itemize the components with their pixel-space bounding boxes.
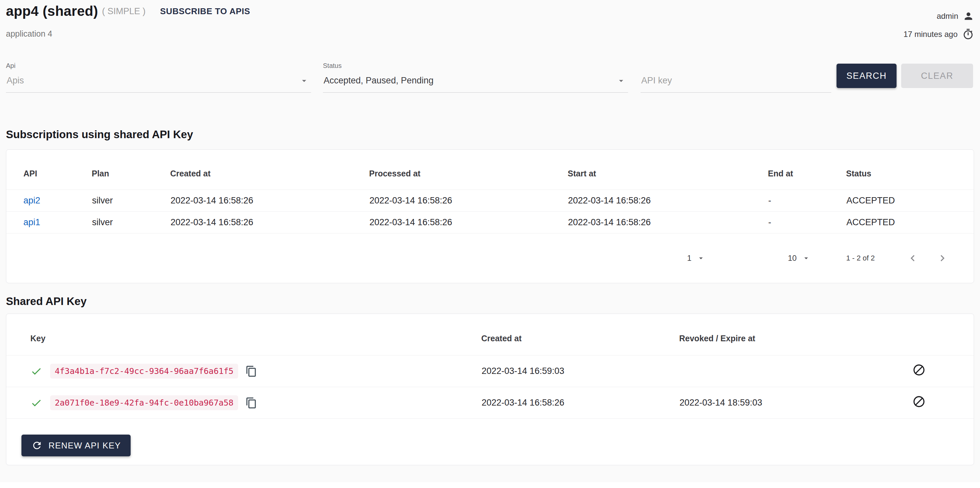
subscriptions-table: API Plan Created at Processed at Start a… — [6, 150, 974, 234]
page-title: app4 (shared) — [6, 3, 98, 19]
shared-key-card: Key Created at Revoked / Expire at 4f3a4… — [6, 313, 974, 465]
api-filter-field: Api Apis — [6, 62, 311, 93]
shared-key-table: Key Created at Revoked / Expire at 4f3a4… — [6, 314, 974, 419]
renew-area: RENEW API KEY — [6, 419, 974, 465]
status-filter-value: Accepted, Paused, Pending — [324, 76, 433, 86]
previous-page-button[interactable] — [907, 252, 919, 264]
application-details-page: app4 (shared) ( SIMPLE ) SUBSCRIBE TO AP… — [0, 0, 980, 482]
column-header-created: Created at — [170, 150, 369, 190]
user-name: admin — [937, 11, 958, 21]
timer-icon — [962, 29, 974, 40]
plan-cell: silver — [92, 190, 170, 212]
column-header-revoked: Revoked / Expire at — [679, 314, 864, 356]
renew-api-key-label: RENEW API KEY — [48, 440, 121, 451]
column-header-end: End at — [768, 150, 846, 190]
subscriptions-section-title: Subscriptions using shared API Key — [6, 128, 974, 141]
status-cell: ACCEPTED — [846, 190, 974, 212]
page-header: app4 (shared) ( SIMPLE ) SUBSCRIBE TO AP… — [6, 0, 974, 40]
refresh-icon — [31, 440, 43, 451]
api-key-value: 4f3a4b1a-f7c2-49cc-9364-96aa7f6a61f5 — [50, 364, 238, 378]
column-header-api: API — [6, 150, 92, 190]
created-cell: 2022-03-14 16:58:26 — [170, 212, 369, 234]
start-cell: 2022-03-14 16:58:26 — [568, 190, 768, 212]
clear-button[interactable]: CLEAR — [901, 64, 973, 88]
subscriptions-header-row: API Plan Created at Processed at Start a… — [6, 150, 974, 190]
column-header-start: Start at — [568, 150, 768, 190]
column-header-plan: Plan — [92, 150, 170, 190]
column-header-key: Key — [6, 314, 481, 356]
renew-api-key-button[interactable]: RENEW API KEY — [21, 435, 130, 456]
chevron-down-icon — [802, 254, 810, 262]
key-created-cell: 2022-03-14 16:58:26 — [481, 387, 679, 419]
key-revoked-cell: 2022-03-14 18:59:03 — [679, 387, 864, 419]
chevron-down-icon — [299, 76, 309, 86]
column-header-status: Status — [846, 150, 974, 190]
app-description: application 4 — [6, 29, 250, 38]
processed-cell: 2022-03-14 16:58:26 — [369, 190, 568, 212]
copy-key-button[interactable] — [245, 366, 257, 377]
table-row: api1 silver 2022-03-14 16:58:26 2022-03-… — [6, 212, 974, 234]
filters-bar: Api Apis Status Accepted, Paused, Pendin… — [6, 62, 974, 93]
api-filter-select[interactable]: Apis — [6, 76, 311, 93]
key-created-cell: 2022-03-14 16:59:03 — [481, 356, 679, 387]
block-icon — [912, 363, 926, 377]
user-meta: admin 17 minutes ago — [904, 3, 974, 40]
created-cell: 2022-03-14 16:58:26 — [170, 190, 369, 212]
api-link[interactable]: api1 — [24, 217, 40, 227]
end-cell: - — [768, 190, 846, 212]
copy-key-button[interactable] — [245, 397, 257, 409]
page-size-select[interactable]: 10 — [788, 254, 810, 263]
user-menu[interactable]: admin — [904, 11, 974, 22]
key-revoked-cell — [679, 356, 864, 387]
next-page-button[interactable] — [936, 252, 949, 264]
status-cell: ACCEPTED — [846, 212, 974, 234]
chevron-down-icon — [697, 254, 705, 262]
chevron-right-icon — [936, 252, 949, 264]
copy-icon — [245, 397, 257, 409]
chevron-left-icon — [907, 252, 919, 264]
search-button[interactable]: SEARCH — [837, 64, 897, 88]
api-key-filter-field — [641, 76, 831, 93]
api-filter-value: Apis — [6, 76, 24, 86]
pagination-range: 1 - 2 of 2 — [846, 254, 875, 262]
paginator: 1 10 1 - 2 of 2 — [6, 234, 974, 283]
chevron-down-icon — [616, 76, 626, 86]
shared-key-section-title: Shared API Key — [6, 295, 974, 308]
app-info: app4 (shared) ( SIMPLE ) SUBSCRIBE TO AP… — [6, 3, 250, 40]
subscribe-to-apis-link[interactable]: SUBSCRIBE TO APIS — [160, 6, 250, 16]
api-filter-label: Api — [6, 62, 311, 70]
start-cell: 2022-03-14 16:58:26 — [568, 212, 768, 234]
api-link[interactable]: api2 — [24, 196, 40, 205]
page-select-value: 1 — [687, 254, 691, 263]
column-header-created: Created at — [481, 314, 679, 356]
end-cell: - — [768, 212, 846, 234]
table-row: 4f3a4b1a-f7c2-49cc-9364-96aa7f6a61f5 202… — [6, 356, 974, 387]
page-size-value: 10 — [788, 254, 797, 263]
copy-icon — [245, 366, 257, 377]
user-icon — [963, 11, 974, 22]
check-icon — [30, 366, 42, 377]
last-activity-text: 17 minutes ago — [904, 30, 958, 39]
api-key-value: 2a071f0e-18e9-42fa-94fc-0e10ba967a58 — [50, 395, 238, 410]
api-key-input[interactable] — [641, 76, 831, 93]
table-row: api2 silver 2022-03-14 16:58:26 2022-03-… — [6, 190, 974, 212]
subscriptions-card: API Plan Created at Processed at Start a… — [6, 149, 974, 283]
status-filter-label: Status — [323, 62, 628, 70]
status-filter-field: Status Accepted, Paused, Pending — [323, 62, 628, 93]
table-row: 2a071f0e-18e9-42fa-94fc-0e10ba967a58 202… — [6, 387, 974, 419]
shared-key-header-row: Key Created at Revoked / Expire at — [6, 314, 974, 356]
page-select[interactable]: 1 — [687, 254, 705, 263]
column-header-actions — [864, 314, 974, 356]
app-type-label: ( SIMPLE ) — [102, 6, 145, 16]
last-activity: 17 minutes ago — [904, 29, 974, 40]
processed-cell: 2022-03-14 16:58:26 — [369, 212, 568, 234]
block-icon — [912, 395, 926, 408]
revoke-key-button[interactable] — [912, 395, 926, 408]
plan-cell: silver — [92, 212, 170, 234]
revoke-key-button[interactable] — [912, 363, 926, 377]
column-header-processed: Processed at — [369, 150, 568, 190]
status-filter-select[interactable]: Accepted, Paused, Pending — [323, 76, 628, 93]
check-icon — [30, 397, 42, 409]
